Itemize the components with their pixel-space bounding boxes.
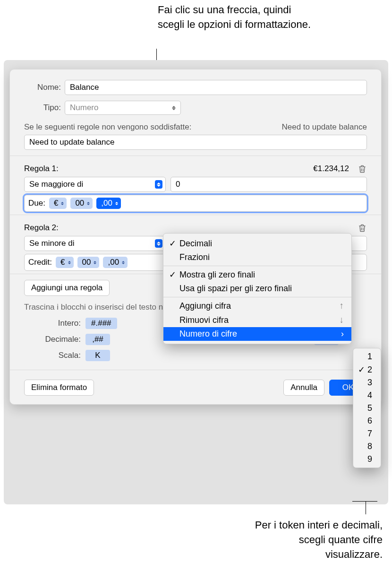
submenu-item-1[interactable]: 1 (353, 350, 381, 363)
type-label: Tipo: (24, 103, 61, 113)
rule2-condition-select[interactable]: Se minore di (24, 236, 166, 251)
menu-item-aggiungi-cifra[interactable]: Aggiungi cifra↑ (163, 299, 351, 313)
integer-chip[interactable]: 00 (77, 257, 100, 268)
menu-item-usa-spazi[interactable]: Usa gli spazi per gli zero finali (163, 282, 351, 295)
rule1-threshold-input[interactable] (170, 177, 367, 192)
chevron-updown-icon (122, 261, 125, 264)
chevron-updown-icon (61, 202, 64, 205)
chevron-updown-icon (115, 202, 118, 205)
rule2-condition-value: Se minore di (29, 239, 74, 248)
digit-count-submenu[interactable]: 1✓23456789 (353, 348, 381, 468)
type-select[interactable]: Numero (65, 101, 181, 115)
name-input[interactable] (65, 80, 367, 95)
currency-chip[interactable]: € (49, 198, 67, 209)
submenu-item-9[interactable]: 9 (353, 453, 381, 466)
rule1-condition-select[interactable]: Se maggiore di (24, 177, 166, 192)
chevron-updown-icon (155, 180, 162, 189)
submenu-item-8[interactable]: 8 (353, 440, 381, 453)
delete-format-button[interactable]: Elimina formato (24, 380, 94, 396)
decimale-label: Decimale: (38, 335, 81, 344)
submenu-item-4[interactable]: 4 (353, 389, 381, 402)
type-select-value: Numero (70, 103, 98, 113)
menu-item-numero-di-cifre[interactable]: Numero di cifre› (163, 327, 351, 341)
condition-input[interactable] (24, 135, 367, 150)
rule2-prefix: Credit: (28, 258, 52, 267)
scala-chip[interactable]: K (85, 350, 110, 361)
menu-item-mostra-zero[interactable]: ✓Mostra gli zero finali (163, 268, 351, 282)
intero-label: Intero: (38, 319, 81, 328)
condition-preview: Need to update balance (281, 122, 367, 132)
decimal-options-menu[interactable]: ✓Decimali Frazioni ✓Mostra gli zero fina… (163, 233, 352, 344)
decimal-chip[interactable]: ,00 (103, 257, 128, 268)
rule1-format-field[interactable]: Due: € 00 ,00 (24, 195, 367, 212)
submenu-item-5[interactable]: 5 (353, 402, 381, 415)
decimal-chip[interactable]: ,00 (96, 198, 121, 209)
condition-label: Se le seguenti regole non vengono soddis… (24, 122, 191, 132)
menu-item-decimali[interactable]: ✓Decimali (163, 236, 351, 251)
trash-icon[interactable] (358, 223, 367, 233)
callout-bottom: Per i token interi e decimali, scegli qu… (250, 518, 383, 562)
arrow-up-icon: ↑ (330, 301, 344, 311)
rule1-title: Regola 1: (24, 164, 59, 173)
scala-label: Scala: (38, 351, 81, 360)
arrow-down-icon: ↓ (330, 315, 344, 325)
submenu-item-6[interactable]: 6 (353, 415, 381, 427)
rule1-prefix: Due: (28, 199, 45, 208)
name-label: Nome: (24, 83, 61, 92)
rule1-condition-value: Se maggiore di (29, 180, 83, 189)
chevron-updown-icon (68, 261, 71, 264)
chevron-updown-icon (155, 239, 162, 248)
decimale-chip[interactable]: ,## (85, 334, 110, 345)
intero-chip[interactable]: #.### (85, 318, 117, 329)
rule1-example: €1.234,12 (313, 164, 349, 173)
chevron-updown-icon (170, 104, 178, 112)
callout-top: Fai clic su una freccia, quindi scegli l… (158, 3, 314, 32)
rule2-title: Regola 2: (24, 223, 59, 233)
currency-chip[interactable]: € (56, 257, 73, 268)
menu-item-rimuovi-cifra[interactable]: Rimuovi cifra↓ (163, 313, 351, 327)
submenu-item-3[interactable]: 3 (353, 376, 381, 389)
cancel-button[interactable]: Annulla (283, 380, 324, 396)
chevron-updown-icon (94, 261, 96, 264)
trash-icon[interactable] (358, 164, 367, 174)
menu-item-frazioni[interactable]: Frazioni (163, 251, 351, 264)
submenu-item-2[interactable]: ✓2 (353, 363, 381, 376)
chevron-right-icon: › (327, 329, 344, 339)
chevron-updown-icon (87, 202, 90, 205)
integer-chip[interactable]: 00 (70, 198, 93, 209)
submenu-item-7[interactable]: 7 (353, 427, 381, 440)
add-rule-button[interactable]: Aggiungi una regola (24, 280, 110, 296)
